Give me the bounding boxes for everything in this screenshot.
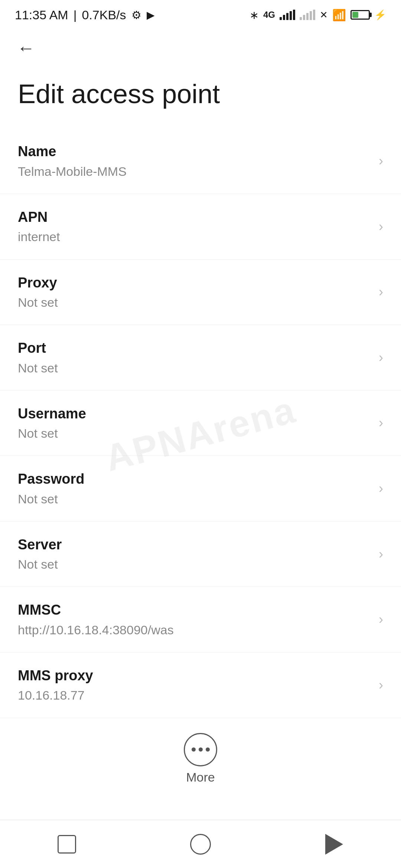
signal-4g-icon: 4G	[263, 10, 275, 20]
chevron-right-icon-name: ›	[379, 153, 383, 169]
video-icon: ▶	[147, 9, 155, 21]
settings-item-server[interactable]: Server Not set ›	[0, 522, 401, 587]
settings-item-proxy[interactable]: Proxy Not set ›	[0, 260, 401, 325]
settings-item-mms-proxy-content: MMS proxy 10.16.18.77	[18, 667, 371, 704]
settings-item-mmsc-content: MMSC http://10.16.18.4:38090/was	[18, 601, 371, 638]
settings-item-port-value: Not set	[18, 360, 371, 376]
bluetooth-icon: ∗	[250, 9, 259, 22]
back-arrow-icon: ←	[17, 39, 35, 57]
chevron-right-icon-server: ›	[379, 546, 383, 562]
settings-item-name-value: Telma-Mobile-MMS	[18, 163, 371, 180]
settings-item-apn[interactable]: APN internet ›	[0, 194, 401, 260]
chevron-right-icon-port: ›	[379, 350, 383, 365]
settings-item-password-label: Password	[18, 470, 371, 488]
settings-item-server-label: Server	[18, 536, 371, 554]
settings-item-username-value: Not set	[18, 425, 371, 441]
settings-item-name-content: Name Telma-Mobile-MMS	[18, 142, 371, 180]
back-button[interactable]: ←	[15, 37, 37, 59]
settings-item-server-value: Not set	[18, 556, 371, 572]
settings-item-apn-label: APN	[18, 208, 371, 226]
wifi-icon: 📶	[332, 9, 346, 22]
charging-icon: ⚡	[374, 9, 386, 21]
settings-item-name-label: Name	[18, 142, 371, 161]
settings-item-mms-proxy[interactable]: MMS proxy 10.16.18.77 ›	[0, 652, 401, 718]
settings-item-server-content: Server Not set	[18, 536, 371, 573]
status-bar: 11:35 AM | 0.7KB/s ⚙ ▶ ∗ 4G ✕ 📶 ⚡	[0, 0, 401, 30]
settings-icon: ⚙	[131, 9, 141, 22]
settings-item-proxy-value: Not set	[18, 294, 371, 310]
no-signal-icon: ✕	[320, 9, 328, 21]
dot-3	[206, 747, 210, 752]
toolbar: ←	[0, 30, 401, 67]
settings-item-port-label: Port	[18, 339, 371, 357]
page-title-container: Edit access point	[0, 67, 401, 128]
chevron-right-icon-mmsc: ›	[379, 612, 383, 627]
status-bar-left: 11:35 AM | 0.7KB/s ⚙ ▶	[15, 8, 155, 22]
dot-1	[192, 747, 196, 752]
navigation-bar	[0, 820, 401, 868]
dot-2	[199, 747, 203, 752]
settings-item-mmsc-value: http://10.16.18.4:38090/was	[18, 622, 371, 638]
settings-item-port-content: Port Not set	[18, 339, 371, 376]
settings-item-password[interactable]: Password Not set ›	[0, 456, 401, 522]
settings-item-proxy-label: Proxy	[18, 274, 371, 292]
signal-bars-1	[280, 10, 295, 20]
settings-item-mmsc[interactable]: MMSC http://10.16.18.4:38090/was ›	[0, 587, 401, 652]
settings-item-mms-proxy-value: 10.16.18.77	[18, 687, 371, 703]
settings-item-password-content: Password Not set	[18, 470, 371, 507]
nav-home-button[interactable]	[178, 829, 223, 859]
settings-item-mms-proxy-label: MMS proxy	[18, 667, 371, 685]
nav-back-button[interactable]	[312, 829, 356, 859]
more-button-container: More	[0, 718, 401, 799]
page-title: Edit access point	[18, 78, 383, 110]
battery-fill	[352, 12, 358, 18]
settings-list: Name Telma-Mobile-MMS › APN internet › P…	[0, 128, 401, 718]
battery-container	[351, 10, 370, 20]
more-label: More	[186, 770, 215, 785]
settings-item-port[interactable]: Port Not set ›	[0, 325, 401, 391]
chevron-right-icon-username: ›	[379, 415, 383, 431]
more-dots	[192, 747, 210, 752]
settings-item-username-label: Username	[18, 405, 371, 423]
settings-item-username[interactable]: Username Not set ›	[0, 391, 401, 456]
settings-item-proxy-content: Proxy Not set	[18, 274, 371, 311]
settings-item-name[interactable]: Name Telma-Mobile-MMS ›	[0, 128, 401, 194]
settings-item-apn-content: APN internet	[18, 208, 371, 245]
chevron-right-icon-mms-proxy: ›	[379, 677, 383, 693]
speed-text: 0.7KB/s	[82, 8, 126, 22]
chevron-right-icon-apn: ›	[379, 219, 383, 234]
nav-circle-icon	[190, 834, 211, 855]
nav-square-icon	[58, 835, 76, 854]
chevron-right-icon-proxy: ›	[379, 284, 383, 300]
nav-recents-button[interactable]	[45, 829, 89, 859]
speed-separator: |	[74, 8, 77, 22]
status-bar-right: ∗ 4G ✕ 📶 ⚡	[250, 9, 386, 22]
settings-item-apn-value: internet	[18, 228, 371, 245]
time-text: 11:35 AM	[15, 8, 68, 22]
chevron-right-icon-password: ›	[379, 481, 383, 496]
battery-icon	[351, 10, 370, 20]
settings-item-password-value: Not set	[18, 491, 371, 507]
signal-bars-2	[300, 10, 315, 20]
settings-item-mmsc-label: MMSC	[18, 601, 371, 619]
settings-item-username-content: Username Not set	[18, 405, 371, 442]
more-button[interactable]	[184, 733, 217, 766]
nav-triangle-icon	[325, 834, 343, 855]
